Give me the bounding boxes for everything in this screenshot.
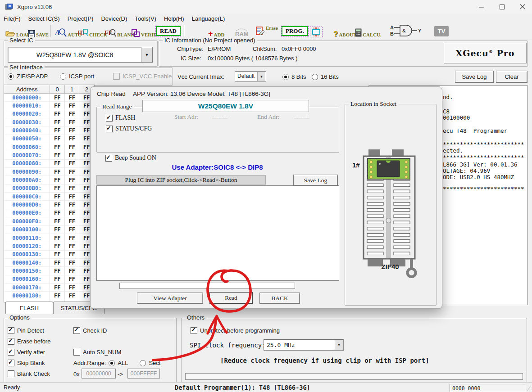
prog-button[interactable]: PROG.: [282, 26, 308, 36]
hex-byte-cell[interactable]: FF: [65, 284, 80, 292]
beep-checkbox[interactable]: [105, 155, 112, 162]
hex-row[interactable]: 00000140:FFFFFF: [4, 259, 94, 267]
hex-byte-cell[interactable]: FF: [50, 292, 65, 300]
hex-row[interactable]: 00000120:FFFFFF: [4, 242, 94, 250]
hex-row[interactable]: 00000080:FFFFFF: [4, 160, 94, 168]
menu-item-help[interactable]: Help(H): [164, 15, 184, 22]
hex-byte-cell[interactable]: FF: [50, 217, 65, 225]
hex-row[interactable]: 00000040:FFFFFF: [4, 126, 94, 135]
hex-byte-cell[interactable]: FF: [50, 135, 65, 143]
blank-button[interactable]: FF BLANK: [105, 26, 135, 37]
hex-byte-cell[interactable]: FF: [65, 126, 80, 135]
hex-row[interactable]: 00000050:FFFFFF: [4, 135, 94, 143]
auto-sn-row[interactable]: Auto SN_NUM: [73, 349, 121, 356]
status-cfg-checkbox-row[interactable]: STATUS/CFG: [106, 125, 152, 132]
hex-byte-cell[interactable]: FF: [50, 267, 65, 275]
hex-byte-cell[interactable]: FF: [65, 292, 80, 300]
hex-byte-cell[interactable]: FF: [65, 94, 80, 102]
vcc-combobox[interactable]: Default ▼: [235, 71, 266, 82]
hex-byte-cell[interactable]: FF: [65, 185, 80, 193]
hex-row[interactable]: 00000170:FFFFFF: [4, 284, 94, 292]
logic-gate-button[interactable]: A B & Y: [390, 25, 424, 37]
close-button[interactable]: [513, 0, 532, 14]
hex-byte-cell[interactable]: FF: [65, 251, 80, 259]
hex-row[interactable]: 00000180:FFFFFF: [4, 292, 94, 300]
ic-select-dropdown-button[interactable]: ▼: [141, 47, 153, 63]
spi-clock-combobox[interactable]: 25.0 MHz ▼: [264, 339, 344, 351]
hex-row[interactable]: 00000020:FFFFFF: [4, 110, 94, 118]
save-log-button-dialog[interactable]: Save Log: [293, 175, 338, 186]
hex-byte-cell[interactable]: FF: [50, 275, 65, 284]
hex-byte-cell[interactable]: FF: [50, 242, 65, 250]
tab-flash[interactable]: FLASH: [5, 302, 53, 314]
addr-to-input[interactable]: 000FFFFF: [127, 369, 160, 378]
hex-byte-cell[interactable]: FF: [50, 259, 65, 267]
hex-byte-cell[interactable]: FF: [65, 242, 80, 250]
pin-detect-checkbox[interactable]: [8, 327, 14, 334]
menu-item-language[interactable]: Language(L): [192, 15, 225, 22]
erase-before-checkbox[interactable]: [8, 338, 14, 345]
unprotect-checkbox[interactable]: [191, 327, 197, 334]
hex-byte-cell[interactable]: FF: [50, 126, 65, 135]
hex-byte-cell[interactable]: FF: [65, 110, 80, 118]
hex-byte-cell[interactable]: FF: [65, 201, 80, 209]
hex-row[interactable]: 00000100:FFFFFF: [4, 226, 94, 234]
hex-byte-cell[interactable]: FF: [65, 234, 80, 242]
tv-button[interactable]: TV: [434, 26, 449, 36]
hex-byte-cell[interactable]: FF: [50, 168, 65, 176]
maximize-button[interactable]: [492, 0, 512, 14]
read-button[interactable]: Read: [209, 292, 253, 304]
hex-byte-cell[interactable]: FF: [65, 217, 80, 225]
hex-row[interactable]: 00000160:FFFFFF: [4, 275, 94, 284]
hex-byte-cell[interactable]: FF: [50, 151, 65, 159]
calcu-button[interactable]: CALCU.: [355, 26, 382, 37]
about-button[interactable]: ? ABOUT: [333, 26, 357, 37]
zif-radio-circle[interactable]: [8, 73, 14, 80]
hex-byte-cell[interactable]: FF: [65, 193, 80, 201]
hex-byte-cell[interactable]: FF: [65, 168, 80, 176]
flash-checkbox-row[interactable]: FLASH: [106, 114, 135, 122]
hex-byte-cell[interactable]: FF: [50, 94, 65, 102]
chevron-down-icon[interactable]: ▼: [257, 72, 265, 81]
hex-row[interactable]: 00000070:FFFFFF: [4, 151, 94, 159]
hex-row[interactable]: 00000000:FFFFFF: [4, 94, 94, 102]
check-button[interactable]: ID CHECK: [77, 26, 107, 37]
hex-byte-cell[interactable]: FF: [50, 284, 65, 292]
addr-all-radio[interactable]: [109, 360, 115, 366]
hex-byte-cell[interactable]: FF: [65, 151, 80, 159]
back-button[interactable]: BACK: [259, 293, 300, 304]
beep-checkbox-row[interactable]: Beep Sound ON: [105, 154, 156, 162]
hex-byte-cell[interactable]: FF: [50, 234, 65, 242]
skip-blank-row[interactable]: Skip Blank: [8, 360, 45, 366]
hex-byte-cell[interactable]: FF: [65, 160, 80, 168]
hex-byte-cell[interactable]: FF: [50, 110, 65, 118]
add-button[interactable]: + ADD: [208, 26, 224, 37]
menu-item-select-ic[interactable]: Select IC(S): [28, 15, 60, 22]
hex-row[interactable]: 00000150:FFFFFF: [4, 267, 94, 275]
addr-from-input[interactable]: 00000000: [82, 369, 116, 378]
clear-button[interactable]: Clear: [496, 71, 527, 83]
hex-row[interactable]: 000000B0:FFFFFF: [4, 185, 94, 193]
hex-byte-cell[interactable]: FF: [65, 226, 80, 234]
hex-byte-cell[interactable]: FF: [65, 102, 80, 110]
hex-row[interactable]: 00000010:FFFFFF: [4, 102, 94, 110]
hex-byte-cell[interactable]: FF: [50, 209, 65, 217]
verify-after-checkbox[interactable]: [8, 349, 14, 356]
view-adapter-button[interactable]: View Adapter: [137, 293, 203, 304]
hex-row[interactable]: 00000060:FFFFFF: [4, 143, 94, 151]
bits8-radio-circle[interactable]: [282, 74, 289, 80]
skip-blank-checkbox[interactable]: [8, 360, 14, 366]
addr-sect-radio[interactable]: [140, 360, 146, 366]
hex-byte-cell[interactable]: FF: [50, 118, 65, 126]
menu-item-file[interactable]: File(F): [4, 15, 21, 22]
load-button[interactable]: LOAD: [5, 26, 31, 37]
unprotect-row[interactable]: Unprotect before programming: [191, 327, 280, 334]
check-id-row[interactable]: Check ID: [73, 327, 107, 334]
hex-byte-cell[interactable]: FF: [50, 193, 65, 201]
hex-row[interactable]: 00000130:FFFFFF: [4, 251, 94, 259]
icsp-radio[interactable]: ICSP port: [60, 73, 94, 80]
hex-byte-cell[interactable]: FF: [65, 143, 80, 151]
save-button[interactable]: SAVE: [28, 26, 49, 37]
hex-byte-cell[interactable]: FF: [50, 226, 65, 234]
hex-byte-cell[interactable]: FF: [65, 267, 80, 275]
